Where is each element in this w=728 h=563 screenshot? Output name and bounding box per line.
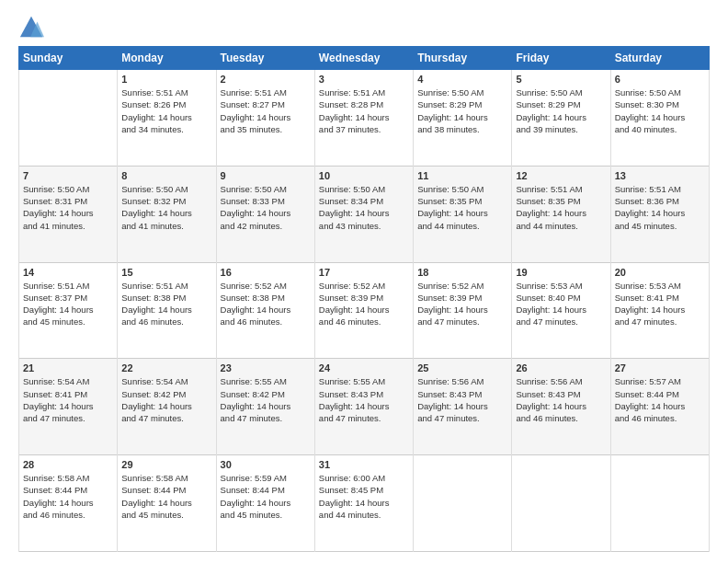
daylight-minutes: and 47 minutes. <box>121 412 211 424</box>
calendar-cell <box>512 455 610 552</box>
day-number: 4 <box>417 74 507 85</box>
day-number: 11 <box>417 170 507 181</box>
sunrise-text: Sunrise: 5:50 AM <box>221 183 311 195</box>
sunrise-text: Sunrise: 5:50 AM <box>615 86 705 98</box>
calendar-cell: 27Sunrise: 5:57 AMSunset: 8:44 PMDayligh… <box>610 359 709 455</box>
sunset-text: Sunset: 8:28 PM <box>319 98 409 110</box>
daylight-minutes: and 43 minutes. <box>319 220 409 232</box>
daylight-hours: Daylight: 14 hours <box>417 111 507 123</box>
daylight-minutes: and 46 minutes. <box>221 316 311 327</box>
sunrise-text: Sunrise: 5:55 AM <box>319 375 409 387</box>
day-number: 7 <box>23 170 113 181</box>
daylight-minutes: and 46 minutes. <box>319 316 409 327</box>
daylight-hours: Daylight: 14 hours <box>516 111 606 123</box>
sunset-text: Sunset: 8:32 PM <box>121 195 211 207</box>
sunset-text: Sunset: 8:42 PM <box>121 388 211 400</box>
sunrise-text: Sunrise: 5:52 AM <box>417 280 507 292</box>
calendar-week-row: 14Sunrise: 5:51 AMSunset: 8:37 PMDayligh… <box>19 262 710 359</box>
daylight-hours: Daylight: 14 hours <box>319 497 409 509</box>
sunset-text: Sunset: 8:41 PM <box>23 388 113 400</box>
day-number: 27 <box>615 362 705 373</box>
sunset-text: Sunset: 8:37 PM <box>23 292 113 304</box>
daylight-hours: Daylight: 14 hours <box>319 111 409 123</box>
daylight-hours: Daylight: 14 hours <box>615 304 705 316</box>
sunset-text: Sunset: 8:35 PM <box>417 195 507 207</box>
calendar-cell: 6Sunrise: 5:50 AMSunset: 8:30 PMDaylight… <box>610 70 709 167</box>
daylight-minutes: and 47 minutes. <box>516 316 606 327</box>
sunrise-text: Sunrise: 5:51 AM <box>319 86 409 98</box>
day-number: 23 <box>221 362 311 373</box>
daylight-hours: Daylight: 14 hours <box>319 207 409 219</box>
daylight-minutes: and 42 minutes. <box>221 220 311 232</box>
daylight-hours: Daylight: 14 hours <box>221 400 311 412</box>
sunset-text: Sunset: 8:29 PM <box>516 98 606 110</box>
sunset-text: Sunset: 8:44 PM <box>221 484 311 496</box>
sunrise-text: Sunrise: 5:51 AM <box>615 183 705 195</box>
daylight-hours: Daylight: 14 hours <box>121 304 211 316</box>
calendar-cell: 23Sunrise: 5:55 AMSunset: 8:42 PMDayligh… <box>216 359 314 455</box>
sunset-text: Sunset: 8:36 PM <box>615 195 705 207</box>
daylight-hours: Daylight: 14 hours <box>319 304 409 316</box>
day-number: 13 <box>615 170 705 181</box>
day-number: 24 <box>319 362 409 373</box>
calendar-cell: 5Sunrise: 5:50 AMSunset: 8:29 PMDaylight… <box>512 70 610 167</box>
daylight-minutes: and 47 minutes. <box>221 412 311 424</box>
daylight-hours: Daylight: 14 hours <box>23 400 113 412</box>
daylight-minutes: and 47 minutes. <box>417 412 507 424</box>
calendar-cell: 13Sunrise: 5:51 AMSunset: 8:36 PMDayligh… <box>610 166 709 262</box>
sunset-text: Sunset: 8:40 PM <box>516 292 606 304</box>
sunset-text: Sunset: 8:26 PM <box>121 98 211 110</box>
sunrise-text: Sunrise: 5:55 AM <box>221 375 311 387</box>
weekday-header: Friday <box>512 47 610 70</box>
calendar-cell: 15Sunrise: 5:51 AMSunset: 8:38 PMDayligh… <box>118 262 216 359</box>
sunrise-text: Sunrise: 5:50 AM <box>516 86 606 98</box>
weekday-header: Thursday <box>414 47 512 70</box>
daylight-hours: Daylight: 14 hours <box>615 400 705 412</box>
calendar-cell: 17Sunrise: 5:52 AMSunset: 8:39 PMDayligh… <box>314 262 413 359</box>
daylight-hours: Daylight: 14 hours <box>121 497 211 509</box>
day-number: 2 <box>221 74 311 85</box>
sunrise-text: Sunrise: 5:53 AM <box>516 280 606 292</box>
calendar-cell: 29Sunrise: 5:58 AMSunset: 8:44 PMDayligh… <box>118 455 216 552</box>
sunset-text: Sunset: 8:44 PM <box>23 484 113 496</box>
sunrise-text: Sunrise: 5:50 AM <box>417 183 507 195</box>
calendar-cell <box>414 455 512 552</box>
daylight-hours: Daylight: 14 hours <box>516 400 606 412</box>
daylight-hours: Daylight: 14 hours <box>121 207 211 219</box>
calendar-cell: 4Sunrise: 5:50 AMSunset: 8:29 PMDaylight… <box>414 70 512 167</box>
weekday-header: Sunday <box>19 47 118 70</box>
daylight-minutes: and 45 minutes. <box>615 220 705 232</box>
calendar-cell: 11Sunrise: 5:50 AMSunset: 8:35 PMDayligh… <box>414 166 512 262</box>
daylight-minutes: and 39 minutes. <box>516 123 606 135</box>
daylight-minutes: and 46 minutes. <box>121 316 211 327</box>
sunrise-text: Sunrise: 5:51 AM <box>23 280 113 292</box>
weekday-header: Tuesday <box>216 47 314 70</box>
header <box>18 15 710 40</box>
sunrise-text: Sunrise: 5:51 AM <box>516 183 606 195</box>
daylight-minutes: and 45 minutes. <box>221 509 311 521</box>
sunset-text: Sunset: 8:44 PM <box>121 484 211 496</box>
calendar-cell: 2Sunrise: 5:51 AMSunset: 8:27 PMDaylight… <box>216 70 314 167</box>
sunset-text: Sunset: 8:43 PM <box>319 388 409 400</box>
day-number: 21 <box>23 362 113 373</box>
calendar-cell: 28Sunrise: 5:58 AMSunset: 8:44 PMDayligh… <box>19 455 118 552</box>
calendar-cell: 26Sunrise: 5:56 AMSunset: 8:43 PMDayligh… <box>512 359 610 455</box>
sunrise-text: Sunrise: 5:51 AM <box>121 280 211 292</box>
daylight-minutes: and 47 minutes. <box>417 316 507 327</box>
sunrise-text: Sunrise: 5:58 AM <box>121 472 211 484</box>
daylight-minutes: and 45 minutes. <box>121 509 211 521</box>
calendar-cell: 10Sunrise: 5:50 AMSunset: 8:34 PMDayligh… <box>314 166 413 262</box>
daylight-minutes: and 41 minutes. <box>121 220 211 232</box>
daylight-minutes: and 44 minutes. <box>319 509 409 521</box>
sunrise-text: Sunrise: 5:50 AM <box>319 183 409 195</box>
daylight-minutes: and 45 minutes. <box>23 316 113 327</box>
day-number: 18 <box>417 267 507 278</box>
daylight-minutes: and 38 minutes. <box>417 123 507 135</box>
daylight-hours: Daylight: 14 hours <box>417 304 507 316</box>
day-number: 1 <box>121 74 211 85</box>
sunset-text: Sunset: 8:43 PM <box>516 388 606 400</box>
day-number: 8 <box>121 170 211 181</box>
day-number: 19 <box>516 267 606 278</box>
sunrise-text: Sunrise: 5:56 AM <box>417 375 507 387</box>
sunset-text: Sunset: 8:45 PM <box>319 484 409 496</box>
